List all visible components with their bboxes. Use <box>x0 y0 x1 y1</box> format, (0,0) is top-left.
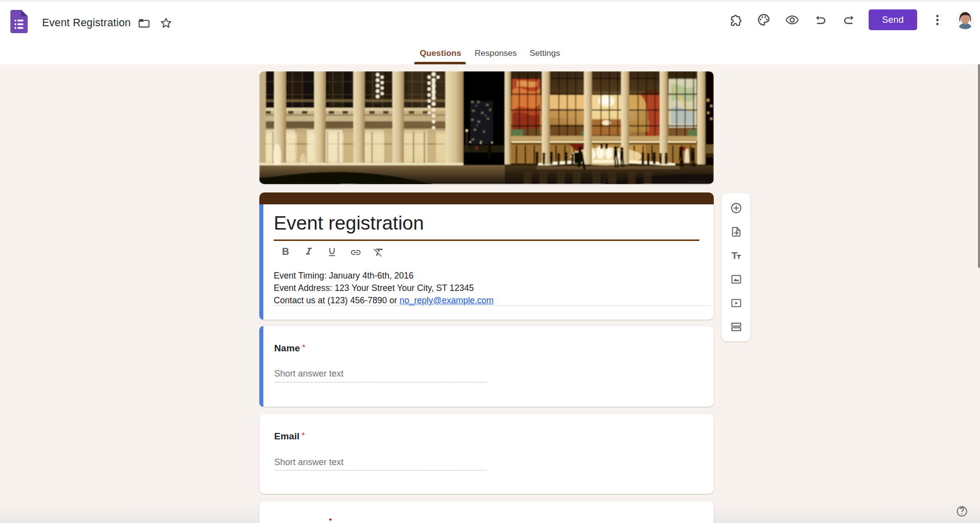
svg-text:B: B <box>282 246 289 257</box>
